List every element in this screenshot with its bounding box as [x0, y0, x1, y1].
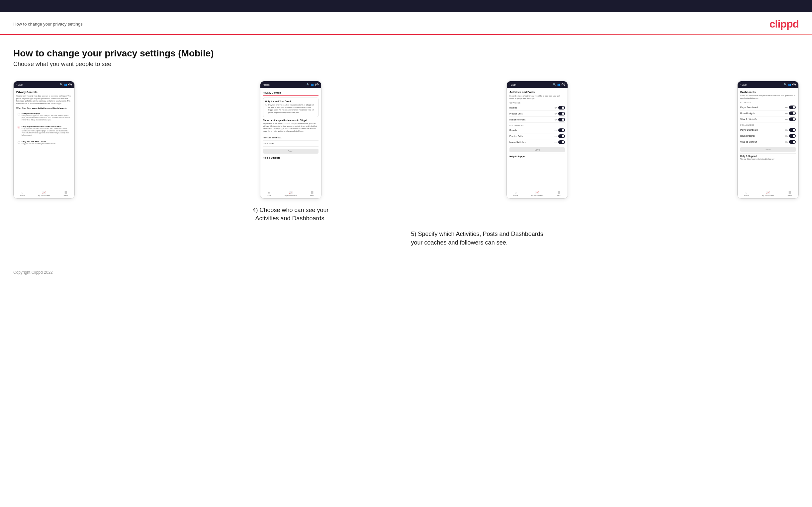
- chart-icon: 📈: [42, 191, 46, 194]
- privacy-tab[interactable]: Privacy Controls: [263, 91, 282, 95]
- header: How to change your privacy settings clip…: [0, 12, 812, 34]
- menu-icon-2: ☰: [311, 191, 313, 194]
- coaches-label-3: COACHES: [509, 102, 565, 104]
- nav-performance-4[interactable]: 📈 My Performance: [762, 191, 774, 196]
- screen-group-4: ‹ Back 🔍 👥 ⚙ Dashboards Select the dashb…: [737, 81, 799, 199]
- nav-home-2[interactable]: ⌂ Home: [267, 191, 271, 196]
- main-content: How to change your privacy settings (Mob…: [0, 48, 812, 260]
- nav-menu-3[interactable]: ☰ Menu: [557, 191, 561, 196]
- toggle-coaches-rounds[interactable]: Rounds ON: [509, 105, 565, 111]
- nav-performance-1[interactable]: 📈 My Performance: [38, 191, 50, 196]
- settings-icon-2[interactable]: ⚙: [315, 83, 318, 86]
- dashboards-link[interactable]: Dashboards ›: [263, 141, 318, 147]
- phone-nav-4: ‹ Back 🔍 👥 ⚙: [738, 81, 798, 88]
- dashboards-desc: Select the dashboards that you'd like to…: [740, 95, 796, 100]
- home-icon: ⌂: [21, 191, 23, 194]
- toggle-followers-work-on[interactable]: What To Work On ON: [740, 139, 796, 145]
- chart-icon-4: 📈: [766, 191, 770, 194]
- save-button-3[interactable]: Save: [509, 147, 565, 152]
- toggle-switch-followers-insights[interactable]: [789, 134, 796, 138]
- radio-circle-coach: [17, 141, 20, 144]
- toggle-switch-followers-rounds[interactable]: [558, 128, 565, 132]
- toggle-followers-rounds[interactable]: Rounds ON: [509, 127, 565, 133]
- toggle-followers-player-dash[interactable]: Player Dashboard ON: [740, 127, 796, 133]
- modal-title: Only You and Your Coach: [265, 100, 316, 103]
- search-icon-2[interactable]: 🔍: [307, 83, 309, 86]
- save-button-2[interactable]: Save: [263, 149, 318, 154]
- chart-icon-2: 📈: [289, 191, 293, 194]
- nav-home-3[interactable]: ⌂ Home: [513, 191, 518, 196]
- settings-icon-4[interactable]: ⚙: [793, 83, 796, 86]
- people-icon-4[interactable]: 👥: [788, 83, 791, 86]
- toggle-switch-coaches-insights[interactable]: [789, 111, 796, 115]
- toggle-switch-coaches-practice[interactable]: [558, 112, 565, 115]
- chevron-icon-activities: ›: [317, 136, 318, 139]
- toggle-switch-followers-manual[interactable]: [558, 140, 565, 144]
- coaches-label-4: COACHES: [740, 102, 796, 104]
- screen-group-2: ‹ Back 🔍 👥 ⚙ Privacy Controls: [244, 81, 337, 223]
- nav-performance-3[interactable]: 📈 My Performance: [531, 191, 544, 196]
- modal-desc: Only you and the coaches you connect wit…: [268, 104, 316, 114]
- followers-label-4: FOLLOWERS: [740, 124, 796, 126]
- toggle-followers-round-insights[interactable]: Round Insights ON: [740, 133, 796, 139]
- settings-icon[interactable]: ⚙: [68, 83, 72, 86]
- nav-menu-4[interactable]: ☰ Menu: [788, 191, 792, 196]
- toggle-switch-coaches-work[interactable]: [789, 117, 796, 121]
- radio-circle-followers: [17, 126, 20, 128]
- activities-posts-link[interactable]: Activities and Posts ›: [263, 135, 318, 141]
- toggle-switch-coaches-manual[interactable]: [558, 118, 565, 121]
- privacy-controls-title: Privacy Controls: [16, 91, 72, 94]
- people-icon[interactable]: 👥: [64, 83, 67, 86]
- nav-performance-2[interactable]: 📈 My Performance: [285, 191, 297, 196]
- bottom-nav-1: ⌂ Home 📈 My Performance ☰ Menu: [14, 189, 74, 199]
- toggle-coaches-round-insights[interactable]: Round Insights ON: [740, 111, 796, 116]
- toggle-coaches-practice[interactable]: Practice Drills ON: [509, 111, 565, 117]
- save-button-4[interactable]: Save: [740, 147, 796, 152]
- toggle-switch-followers-work[interactable]: [789, 140, 796, 144]
- nav-home-4[interactable]: ⌂ Home: [744, 191, 749, 196]
- back-button-1[interactable]: ‹ Back: [16, 83, 23, 86]
- toggle-switch-coaches-player[interactable]: [789, 106, 796, 109]
- radio-desc-everyone: Everyone on Clippd can search for you an…: [21, 114, 70, 121]
- bottom-nav-2: ⌂ Home 📈 My Performance ☰ Menu: [260, 189, 321, 199]
- toggle-switch-followers-player[interactable]: [789, 128, 796, 132]
- home-icon-4: ⌂: [746, 191, 747, 194]
- nav-menu-1[interactable]: ☰ Menu: [63, 191, 68, 196]
- nav-home-1[interactable]: ⌂ Home: [20, 191, 24, 196]
- breadcrumb: How to change your privacy settings: [13, 21, 83, 26]
- back-button-2[interactable]: ‹ Back: [263, 83, 270, 86]
- settings-icon-3[interactable]: ⚙: [562, 83, 565, 86]
- phone-nav-3: ‹ Back 🔍 👥 ⚙: [507, 81, 568, 88]
- help-support-3: Help & Support: [509, 154, 565, 158]
- search-icon-3[interactable]: 🔍: [553, 83, 556, 86]
- nav-icons-3: 🔍 👥 ⚙: [553, 83, 565, 86]
- radio-followers[interactable]: Only Approved Followers and Your Coach O…: [16, 124, 72, 137]
- radio-desc-followers: Only approved followers and coaches you …: [21, 127, 70, 136]
- home-icon-3: ⌂: [515, 191, 516, 194]
- toggle-followers-manual[interactable]: Manual Activities ON: [509, 139, 565, 145]
- toggle-followers-practice[interactable]: Practice Drills ON: [509, 133, 565, 139]
- phone-mockup-2: ‹ Back 🔍 👥 ⚙ Privacy Controls: [260, 81, 321, 199]
- search-icon[interactable]: 🔍: [60, 83, 63, 86]
- screen2-content: Privacy Controls Only You and Your Coach…: [260, 88, 321, 187]
- radio-coach-only[interactable]: Only You and Your Coach Only you and the…: [16, 139, 72, 146]
- who-can-see-title: Who Can See Your Activities and Dashboar…: [16, 107, 72, 110]
- nav-menu-2[interactable]: ☰ Menu: [310, 191, 314, 196]
- menu-icon-3: ☰: [558, 191, 560, 194]
- people-icon-3[interactable]: 👥: [557, 83, 560, 86]
- radio-circle-everyone: [17, 113, 20, 115]
- back-button-4[interactable]: ‹ Back: [740, 83, 747, 86]
- back-button-3[interactable]: ‹ Back: [509, 83, 516, 86]
- toggle-coaches-player-dash[interactable]: Player Dashboard ON: [740, 105, 796, 111]
- caption-2: 5) Specify which Activities, Posts and D…: [411, 230, 544, 246]
- toggle-switch-coaches-rounds[interactable]: [558, 106, 565, 110]
- radio-desc-coach: Only you and the coaches you connect wit…: [21, 143, 55, 145]
- toggle-coaches-work-on[interactable]: What To Work On ON: [740, 116, 796, 122]
- screen4-content: Dashboards Select the dashboards that yo…: [738, 88, 798, 187]
- help-title-3: Help & Support: [509, 155, 565, 158]
- people-icon-2[interactable]: 👥: [311, 83, 314, 86]
- toggle-coaches-manual[interactable]: Manual Activities ON: [509, 117, 565, 123]
- toggle-switch-followers-practice[interactable]: [558, 134, 565, 138]
- radio-everyone[interactable]: Everyone on Clippd Everyone on Clippd ca…: [16, 111, 72, 122]
- search-icon-4[interactable]: 🔍: [784, 83, 787, 86]
